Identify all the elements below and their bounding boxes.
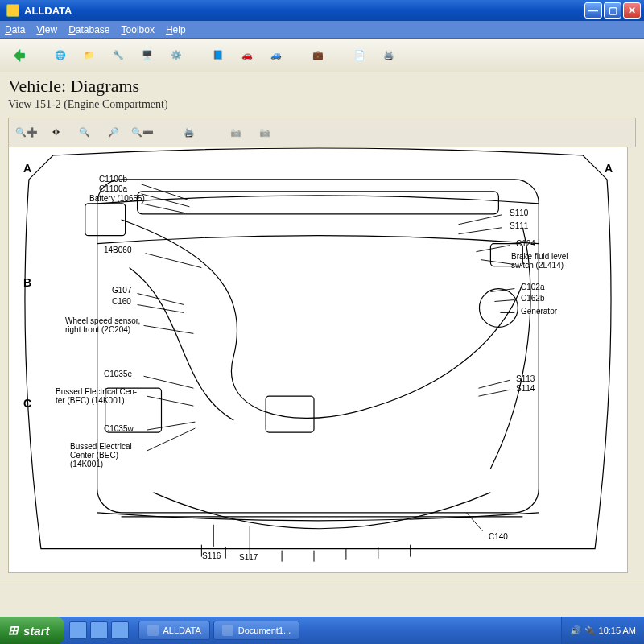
page-title: Vehicle: Diagrams [8, 76, 636, 97]
annot-brake: Brake fluid level switch (2L414) [511, 252, 568, 270]
start-button[interactable]: ⊞ start [0, 617, 64, 644]
annot-c162b: C162b [521, 294, 544, 303]
tool-btn-5[interactable]: ⚙️ [164, 43, 188, 68]
task-icon [147, 625, 159, 636]
annot-battery: Battery (10655) [89, 194, 145, 203]
svg-line-13 [144, 325, 194, 333]
tool-btn-case[interactable]: 💼 [306, 43, 330, 68]
annot-c140: C140 [489, 532, 508, 541]
annot-gen: Generator [521, 307, 557, 316]
diagram-canvas[interactable]: A B C A [8, 147, 628, 573]
gear-icon: ⚙️ [171, 50, 182, 60]
printer-icon-2: 🖨️ [184, 127, 195, 138]
tool-btn-book[interactable]: 📘 [206, 43, 230, 68]
annot-s113: S113 [516, 374, 535, 383]
page-heading: Vehicle: Diagrams View 151-2 (Engine Com… [0, 72, 644, 113]
magnifier-icon: 🔎 [108, 127, 119, 138]
windows-logo-icon: ⊞ [8, 623, 19, 638]
new-car-icon: 🚗 [242, 50, 253, 60]
tool-btn-3[interactable]: 🔧 [106, 43, 130, 68]
menu-data[interactable]: Data [5, 24, 25, 35]
printer-icon: 🖨️ [383, 50, 394, 60]
task-icon [222, 625, 233, 636]
svg-rect-1 [138, 192, 499, 214]
svg-line-18 [459, 215, 502, 225]
tool-btn-doc[interactable]: 📄 [348, 43, 372, 68]
taskbar: ⊞ start ALLDATA Document1... 🔊 🔌 10:15 A… [0, 617, 644, 644]
wrench-icon: 🔧 [113, 50, 124, 60]
menu-database[interactable]: Database [68, 24, 109, 35]
annot-c124: C124 [516, 239, 535, 248]
svg-line-20 [476, 246, 510, 252]
start-label: start [23, 624, 50, 638]
maximize-button[interactable]: ▢ [604, 2, 621, 19]
zoom-out-icon: 🔍➖ [131, 127, 154, 138]
svg-rect-2 [85, 204, 126, 236]
menubar: Data View Database Toolbox Help [0, 21, 644, 39]
system-tray[interactable]: 🔊 🔌 10:15 AM [561, 617, 644, 644]
tool-btn-car[interactable]: 🚙 [264, 43, 288, 68]
book-icon: 📘 [213, 50, 224, 60]
annot-s117: S117 [239, 553, 258, 562]
svg-point-5 [479, 289, 518, 328]
window-title: ALLDATA [24, 5, 584, 17]
svg-line-9 [142, 204, 186, 213]
engine-diagram-svg [9, 147, 627, 573]
quick-launch [64, 621, 134, 639]
task-item-alldata[interactable]: ALLDATA [138, 621, 210, 640]
tray-icon[interactable]: 🔌 [584, 625, 596, 636]
print-button[interactable]: 🖨️ [178, 122, 200, 144]
svg-line-17 [147, 428, 196, 451]
zoom-out-button[interactable]: 🔍➖ [131, 122, 154, 144]
page-subtitle: View 151-2 (Engine Compartment) [8, 98, 636, 111]
screen-icon: 🖥️ [142, 50, 153, 60]
back-arrow-icon [10, 47, 27, 64]
task-label: ALLDATA [163, 625, 201, 635]
camera-button-2[interactable]: 📷 [254, 122, 276, 144]
annot-c102a: C102a [521, 283, 544, 291]
fit-button[interactable]: ✥ [44, 122, 67, 144]
annot-c1100b: C1100b [99, 175, 127, 184]
menu-view[interactable]: View [36, 24, 57, 35]
back-button[interactable] [6, 43, 31, 68]
svg-rect-0 [97, 180, 539, 513]
annot-s110: S110 [510, 208, 528, 217]
zoom-100-button[interactable]: 🔍 [73, 122, 96, 144]
menu-toolbox[interactable]: Toolbox [122, 24, 155, 35]
svg-line-25 [478, 380, 510, 388]
annot-bec1: Bussed Electrical Cen- ter (BEC) (14K001… [56, 387, 137, 405]
viewer-toolbar: 🔍➕ ✥ 🔍 🔎 🔍➖ 🖨️ 📷 📷 [8, 118, 636, 147]
minimize-button[interactable]: — [584, 2, 602, 19]
camera-button-1[interactable]: 📷 [225, 122, 247, 144]
statusbar [0, 580, 644, 597]
zoom-tool-button[interactable]: 🔎 [102, 122, 125, 144]
svg-line-12 [138, 304, 184, 312]
annot-s111: S111 [510, 221, 528, 230]
annot-c160: C160 [112, 297, 131, 306]
quick-launch-item-1[interactable] [69, 621, 87, 639]
briefcase-icon: 💼 [312, 50, 324, 60]
annot-bec2: Bussed Electrical Center (BEC) (14K001) [70, 442, 132, 469]
tool-btn-print[interactable]: 🖨️ [377, 43, 401, 68]
fit-icon: ✥ [52, 127, 60, 138]
zoom-in-button[interactable]: 🔍➕ [15, 122, 38, 144]
svg-line-15 [147, 396, 194, 406]
clock: 10:15 AM [599, 625, 636, 635]
quick-launch-item-3[interactable] [111, 621, 129, 639]
tool-btn-4[interactable]: 🖥️ [135, 43, 159, 68]
tool-btn-1[interactable]: 🌐 [48, 43, 72, 68]
document-icon: 📄 [354, 50, 365, 60]
task-item-doc[interactable]: Document1... [213, 621, 299, 640]
svg-line-19 [459, 228, 502, 234]
menu-help[interactable]: Help [166, 24, 186, 35]
task-label: Document1... [238, 625, 291, 635]
globe-icon: 🌐 [55, 50, 66, 60]
quick-launch-item-2[interactable] [90, 621, 108, 639]
annot-c1035w: C1035w [104, 424, 134, 433]
tool-btn-newcar[interactable]: 🚗 [235, 43, 259, 68]
close-button[interactable]: ✕ [623, 2, 641, 19]
camera-icon-2: 📷 [259, 127, 270, 138]
tray-icon[interactable]: 🔊 [570, 625, 581, 636]
tool-btn-2[interactable]: 📁 [77, 43, 101, 68]
svg-line-26 [478, 390, 510, 396]
